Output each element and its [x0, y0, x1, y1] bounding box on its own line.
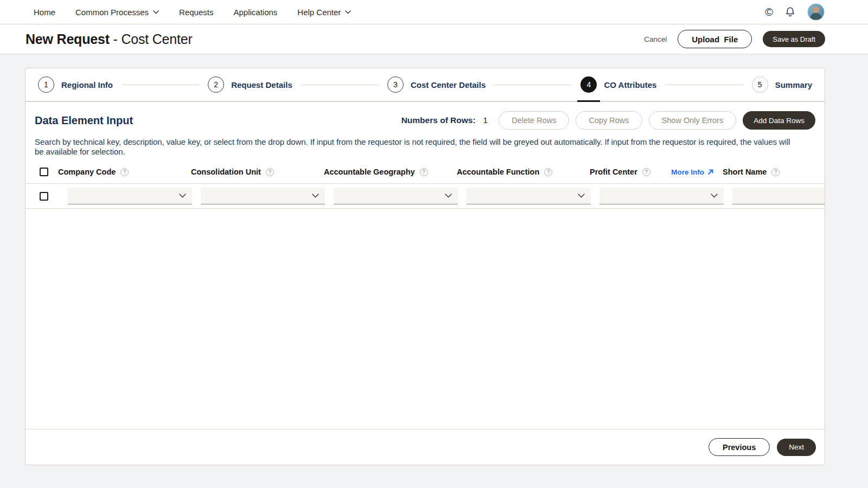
- brand-copyright-icon[interactable]: ©: [765, 7, 773, 17]
- nav-item-label: Applications: [233, 8, 277, 17]
- column-label: Accountable Geography: [324, 168, 415, 176]
- profit-center-select[interactable]: [599, 188, 724, 204]
- help-icon[interactable]: ?: [642, 168, 650, 176]
- help-icon[interactable]: ?: [120, 168, 129, 176]
- step-number: 1: [38, 76, 54, 93]
- select-all-checkbox[interactable]: [40, 168, 48, 176]
- main-content: 1 Regional Info 2 Request Details 3 Cost…: [0, 54, 868, 465]
- step-connector: [301, 85, 379, 85]
- previous-button[interactable]: Previous: [709, 438, 770, 456]
- header-actions: Cancel Upload File Save as Draft: [644, 30, 825, 48]
- column-label: Profit Center: [590, 168, 637, 176]
- top-navigation-bar: Home Common Processes Requests Applicati…: [0, 0, 868, 24]
- data-toolbar: Data Element Input Numbers of Rows: 1 De…: [25, 111, 825, 130]
- step-label: CO Attributes: [604, 80, 656, 89]
- column-label: Accountable Function: [457, 168, 539, 176]
- nav-item-label: Help Center: [297, 8, 341, 17]
- instructions-text: Search by technical key, description, va…: [35, 137, 801, 157]
- nav-item-home[interactable]: Home: [34, 8, 55, 17]
- more-info-label: More Info: [671, 168, 704, 176]
- nav-item-label: Home: [34, 8, 55, 17]
- step-request-details[interactable]: 2 Request Details: [205, 68, 296, 101]
- column-header-company-code: Company Code ?: [58, 168, 182, 176]
- accountable-geography-select[interactable]: [334, 188, 458, 204]
- page-title: New Request - Cost Center: [25, 31, 193, 47]
- column-header-consolidation-unit: Consolidation Unit ?: [191, 168, 315, 176]
- next-button[interactable]: Next: [777, 439, 816, 456]
- step-label: Summary: [775, 80, 812, 89]
- page-header: New Request - Cost Center Cancel Upload …: [0, 24, 868, 54]
- step-number: 5: [752, 76, 768, 93]
- step-summary[interactable]: 5 Summary: [749, 68, 815, 101]
- step-connector: [665, 85, 743, 85]
- row-checkbox[interactable]: [40, 192, 48, 201]
- column-label: Company Code: [58, 168, 116, 176]
- add-data-rows-button[interactable]: Add Data Rows: [743, 111, 815, 130]
- table-header-row: Company Code ? Consolidation Unit ? Acco…: [25, 166, 825, 178]
- step-label: Cost Center Details: [411, 80, 486, 89]
- chevron-down-icon: [153, 10, 159, 14]
- column-header-accountable-geography: Accountable Geography ?: [324, 168, 448, 176]
- nav-item-help-center[interactable]: Help Center: [297, 8, 351, 17]
- step-cost-center-details[interactable]: 3 Cost Center Details: [384, 68, 489, 101]
- column-header-accountable-function: Accountable Function ?: [457, 168, 581, 176]
- consolidation-unit-select[interactable]: [201, 188, 325, 204]
- step-number: 3: [387, 76, 404, 93]
- section-title: Data Element Input: [35, 114, 133, 127]
- arrow-up-right-icon: [707, 169, 714, 176]
- page-title-bold: New Request: [25, 31, 110, 47]
- step-label: Regional Info: [61, 80, 113, 89]
- accountable-function-select[interactable]: [467, 188, 591, 204]
- nav-item-label: Requests: [179, 8, 213, 17]
- chevron-down-icon: [711, 194, 724, 198]
- step-number: 2: [208, 76, 224, 93]
- save-as-draft-button[interactable]: Save as Draft: [763, 31, 825, 47]
- notifications-bell-icon[interactable]: [785, 7, 795, 17]
- chevron-down-icon: [445, 194, 458, 198]
- step-connector: [494, 85, 572, 85]
- help-icon[interactable]: ?: [266, 168, 274, 176]
- more-info-link[interactable]: More Info: [671, 168, 714, 176]
- step-label: Request Details: [231, 80, 292, 89]
- help-icon[interactable]: ?: [544, 168, 552, 176]
- chevron-down-icon: [312, 194, 325, 198]
- chevron-down-icon: [345, 10, 351, 14]
- wizard-stepper: 1 Regional Info 2 Request Details 3 Cost…: [25, 68, 825, 102]
- column-label: Short Name: [723, 168, 767, 176]
- show-only-errors-button[interactable]: Show Only Errors: [649, 111, 737, 130]
- step-regional-info[interactable]: 1 Regional Info: [35, 68, 116, 101]
- help-icon[interactable]: ?: [771, 168, 780, 176]
- wizard-panel: 1 Regional Info 2 Request Details 3 Cost…: [25, 68, 825, 465]
- copy-rows-button[interactable]: Copy Rows: [576, 111, 642, 130]
- toolbar-actions: Numbers of Rows: 1 Delete Rows Copy Rows…: [401, 111, 815, 130]
- rows-count-value: 1: [483, 115, 488, 125]
- column-label: Consolidation Unit: [191, 168, 261, 176]
- help-icon[interactable]: ?: [420, 168, 428, 176]
- chevron-down-icon: [179, 194, 192, 198]
- rows-count-label: Numbers of Rows:: [401, 115, 476, 125]
- chevron-down-icon: [578, 194, 591, 198]
- nav-right-group: ©: [765, 3, 825, 21]
- nav-item-applications[interactable]: Applications: [233, 8, 277, 17]
- nav-items: Home Common Processes Requests Applicati…: [34, 8, 351, 17]
- nav-item-requests[interactable]: Requests: [179, 8, 213, 17]
- delete-rows-button[interactable]: Delete Rows: [499, 111, 569, 130]
- cancel-button[interactable]: Cancel: [644, 35, 667, 43]
- step-connector: [122, 85, 199, 85]
- step-co-attributes-active[interactable]: 4 CO Attributes: [577, 68, 660, 101]
- page-title-rest: - Cost Center: [110, 31, 193, 47]
- upload-file-button[interactable]: Upload File: [678, 30, 752, 48]
- column-header-short-name: Short Name ?: [723, 168, 825, 176]
- nav-item-common-processes[interactable]: Common Processes: [75, 8, 159, 17]
- nav-item-label: Common Processes: [75, 8, 149, 17]
- company-code-select[interactable]: [68, 188, 192, 204]
- table-row: [25, 184, 825, 209]
- short-name-input[interactable]: [732, 188, 825, 204]
- column-header-profit-center: Profit Center ? More Info: [590, 168, 714, 176]
- panel-footer: Previous Next: [25, 429, 825, 465]
- step-number: 4: [580, 76, 597, 93]
- user-avatar[interactable]: [807, 3, 825, 21]
- empty-content-area: [25, 209, 825, 429]
